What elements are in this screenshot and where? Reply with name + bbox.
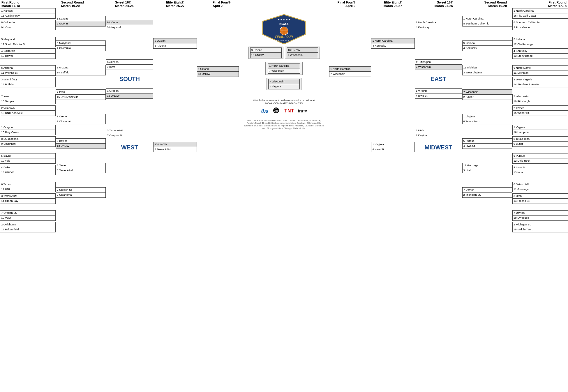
s-r1-m4-t1: 4 California [0, 48, 56, 54]
m-r1-m1-t2: 16 Hampton [512, 130, 568, 135]
e-r1-m1-t2: 16 Fla. Gulf Coast [512, 13, 568, 19]
round2-right: 1 North Carolina 8 Southern California 5… [462, 8, 512, 232]
e-r3-m1-t1: 1 North Carolina [415, 20, 462, 25]
m-r1-m1-t1: 1 Virginia [512, 125, 568, 130]
m-r3-m1-t1: 1 Virginia [415, 88, 462, 93]
m-r3-m2-t2: 7 Dayton [415, 133, 462, 138]
ff-left: 9 UConn 13 UNCW [197, 8, 239, 232]
e-r1-m5-t1: 6 Notre Dame [512, 65, 568, 70]
w-r1-m8-t1: 2 Oklahoma [0, 222, 56, 227]
s-r3-m2-t1: 6 Arizona [106, 59, 153, 65]
ff-right: 1 North Carolina 7 Wisconsin [329, 8, 371, 232]
center-section: ★ ★ ★ ★ ★ NCAA FINAL FOUR HOUSTON 2016 [239, 8, 329, 232]
e-r1-m3-t1: 5 Indiana [512, 37, 568, 42]
svg-text:CBS: CBS [274, 110, 279, 112]
footnote: March 17 and 18 first-/second-round site… [242, 119, 326, 130]
w-r2-m3-t1: 6 Texas [56, 163, 106, 168]
s-r2-m4-t1: 7 Iowa [56, 89, 106, 95]
sf-top-r-t2: 7 Wisconsin [287, 53, 318, 58]
m-r1-m4-t2: 13 Iona [512, 170, 568, 175]
s-r1-m5-t2: 11 Wichita St. [0, 70, 56, 76]
round4-right: 1 North Carolina 4 Kentucky 1 Virginia 4… [371, 8, 414, 232]
round-headers: First Round March 17-18 Second Round Mar… [0, 0, 568, 8]
champ-t1: 1 North Carolina [268, 63, 300, 68]
m-r1-m7-t2: 10 Syracuse [512, 216, 568, 221]
round1-left: 1 Kansas 16 Austin Peay 8 Colorado 9 UCo… [0, 8, 56, 232]
header-center [258, 1, 310, 8]
sf-bot-left: 7 Wisconsin 1 Virginia [267, 78, 301, 90]
w-r1-m5-t2: 11 UNI [0, 187, 56, 192]
s-r1-m7-t2: 10 Temple [0, 99, 56, 104]
s-r2-m2-t2: 4 California [56, 46, 106, 51]
s-r1-m6-t1: 3 Miami (FL) [0, 77, 56, 82]
ff-left-t1: 9 UConn [197, 66, 239, 72]
m-r2-m2-t1: 5 Purdue [462, 138, 512, 144]
svg-text:FINAL FOUR: FINAL FOUR [275, 35, 293, 38]
svg-text:NCAA: NCAA [279, 22, 289, 26]
e-r2-m4-t2: 2 Xavier [462, 95, 512, 100]
w-r2-m2-t2: 13 UNCW [56, 144, 106, 149]
w-r1-m2-t1: 8 St. Joseph's [0, 136, 56, 142]
e-r2-m3-t1: 11 Michigan [462, 65, 512, 70]
e-r1-m5-t2: 11 Michigan [512, 70, 568, 76]
w-r3-m1-t2: 13 UNCW [106, 93, 153, 99]
svg-text:HOUSTON 2016: HOUSTON 2016 [275, 39, 293, 42]
w-r1-m3-t1: 5 Baylor [0, 153, 56, 158]
w-r1-m4-t1: 4 Duke [0, 165, 56, 170]
e-r1-m2-t1: 8 Southern California [512, 20, 568, 25]
e-r2-m4-t1: 7 Wisconsin [462, 89, 512, 95]
e-r3-m2-t1: 11 Michigan [415, 59, 462, 65]
m-r4-m1-t2: 4 Iowa St. [371, 147, 414, 152]
s-r3-m1-t1: 9 UConn [106, 20, 153, 25]
s-r1-m2-t1: 8 Colorado [0, 20, 56, 25]
s-r1-m5-t1: 6 Arizona [0, 65, 56, 70]
sf-top-l-t1: 9 UConn [250, 47, 282, 53]
m-r1-m6-t1: 3 Utah [512, 193, 568, 199]
semifinal-bottom: 7 Wisconsin 1 Virginia [267, 78, 301, 90]
m-r2-m1-t1: 1 Virginia [462, 114, 512, 119]
e-r1-m7-t1: 7 Wisconsin [512, 94, 568, 99]
header-ff-right: Final Four® April 2 [310, 1, 355, 8]
header-r2-right: Second Round March 19-20 [453, 1, 507, 8]
m-r1-m5-t1: 6 Seton Hall [512, 182, 568, 187]
s-r2-m1-t2: 9 UConn [56, 21, 106, 27]
w-r1-m1-t2: 16 Holy Cross [0, 130, 56, 135]
m-r2-m3-t2: 3 Utah [462, 168, 512, 173]
m-r1-m2-t2: 9 Butler [512, 142, 568, 147]
s-r1-m8-t1: 2 Villanova [0, 105, 56, 111]
s-r2-m1-t1: 1 Kansas [56, 16, 106, 21]
s-r1-m7-t1: 7 Iowa [0, 94, 56, 99]
championship-box: 1 North Carolina 7 Wisconsin [265, 62, 303, 75]
w-r1-m3-t2: 12 Yale [0, 158, 56, 164]
sf-bot-l-t2: 1 Virginia [268, 84, 300, 89]
ff-left-t2: 13 UNCW [197, 72, 239, 77]
m-r2-m3-t1: 11 Gonzaga [462, 163, 512, 168]
m-r2-m4-t2: 2 Michigan St. [462, 193, 512, 198]
m-r4-m1-t1: 1 Virginia [371, 142, 414, 147]
east-label: EAST [415, 74, 462, 84]
sf-top-r-t1: 13 UNCW [287, 47, 318, 53]
header-ff-left: Final Four® April 2 [213, 1, 258, 8]
e-r1-m7-t2: 10 Pittsburgh [512, 99, 568, 104]
e-r4-m1-t2: 4 Kentucky [371, 43, 414, 49]
s-r1-m2-t2: 9 UConn [0, 25, 56, 30]
round2-left: 1 Kansas 9 UConn 5 Maryland 4 California… [56, 8, 106, 232]
s-r1-m1-t2: 16 Austin Peay [0, 13, 56, 19]
m-r1-m7-t1: 7 Dayton [512, 210, 568, 216]
round4-left: 9 UConn 6 Arizona 13 UNCW 3 Texas A&M [153, 8, 197, 232]
w-r2-m4-t1: 7 Oregon St. [56, 187, 106, 193]
header-r1-left: First Round March 17-18 [1, 1, 61, 8]
m-r1-m2-t1: 8 Texas Tech [512, 136, 568, 142]
header-r4-left: Elite Eight® March 26-27 [166, 1, 213, 8]
e-r1-m2-t2: 9 Providence [512, 25, 568, 30]
w-r1-m4-t2: 13 UNCW [0, 170, 56, 175]
tnt-logo: TNT [284, 108, 294, 114]
sf-top-right: 13 UNCW 7 Wisconsin [285, 47, 320, 59]
s-r1-m3-t2: 12 South Dakota St. [0, 42, 56, 47]
m-r1-m3-t1: 5 Purdue [512, 153, 568, 158]
west-label: WEST [106, 143, 153, 152]
e-r1-m6-t2: 14 Stephen F. Austin [512, 82, 568, 87]
m-r1-m8-t1: 2 Michigan St. [512, 222, 568, 227]
e-r1-m6-t1: 3 West Virginia [512, 77, 568, 82]
s-r1-m8-t2: 15 UNC Asheville [0, 111, 56, 116]
